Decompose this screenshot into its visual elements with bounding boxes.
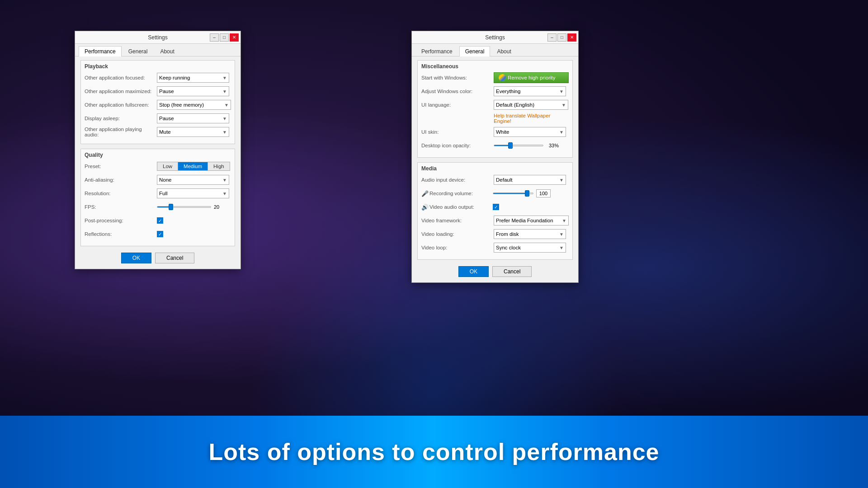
translate-row: Help translate Wallpaper Engine! bbox=[421, 113, 569, 124]
fps-slider-thumb[interactable] bbox=[169, 204, 173, 210]
cancel-btn-1[interactable]: Cancel bbox=[155, 253, 194, 263]
minimize-btn-1[interactable]: – bbox=[210, 33, 219, 42]
resolution-label: Resolution: bbox=[85, 191, 157, 196]
titlebar-1: Settings – □ ✕ bbox=[75, 31, 241, 44]
tab-performance-2[interactable]: Performance bbox=[415, 46, 458, 56]
video-loop-select[interactable]: Sync clock ▼ bbox=[494, 243, 566, 253]
desktop-opacity-label: Desktop icon opacity: bbox=[421, 143, 494, 148]
ui-language-select[interactable]: Default (English) ▼ bbox=[494, 100, 568, 110]
settings-window-1: Settings – □ ✕ Performance General About… bbox=[75, 31, 241, 269]
framework-arrow-icon: ▼ bbox=[562, 218, 566, 223]
playback-row-4: Other application playing audio: Mute ▼ bbox=[85, 127, 231, 137]
tab-general-1[interactable]: General bbox=[123, 46, 154, 56]
start-windows-row: Start with Windows: Remove high priority bbox=[421, 72, 569, 83]
volume-slider-thumb[interactable] bbox=[525, 190, 529, 197]
playback-label-3: Display asleep: bbox=[85, 116, 157, 121]
maximize-btn-2[interactable]: □ bbox=[557, 33, 566, 42]
close-btn-2[interactable]: ✕ bbox=[567, 33, 576, 42]
audio-input-select[interactable]: Default ▼ bbox=[494, 175, 566, 185]
bottom-banner: Lots of options to control performance bbox=[0, 416, 868, 488]
translate-link[interactable]: Help translate Wallpaper Engine! bbox=[494, 113, 569, 124]
win2-buttons: OK Cancel bbox=[417, 266, 573, 279]
preset-medium[interactable]: Medium bbox=[178, 162, 208, 170]
windows-logo-icon bbox=[499, 74, 506, 81]
ui-skin-select[interactable]: White ▼ bbox=[494, 127, 566, 137]
window-controls-1: – □ ✕ bbox=[210, 33, 239, 42]
ui-language-row: UI language: Default (English) ▼ bbox=[421, 99, 569, 110]
tabs-1: Performance General About bbox=[75, 44, 241, 56]
antialiasing-label: Anti-aliasing: bbox=[85, 177, 157, 183]
audio-arrow-icon: ▼ bbox=[559, 178, 564, 183]
fps-label: FPS: bbox=[85, 204, 157, 210]
playback-row-1: Other application maximized: Pause ▼ bbox=[85, 86, 231, 97]
opacity-slider-thumb[interactable] bbox=[508, 142, 513, 149]
quality-title: Quality bbox=[85, 151, 231, 158]
video-loading-select[interactable]: From disk ▼ bbox=[494, 229, 566, 239]
adjust-color-select[interactable]: Everything ▼ bbox=[494, 86, 566, 96]
preset-low[interactable]: Low bbox=[157, 162, 178, 170]
settings-window-2: Settings – □ ✕ Performance General About… bbox=[411, 31, 579, 283]
skin-arrow-icon: ▼ bbox=[559, 130, 564, 135]
arrow-icon-2: ▼ bbox=[224, 103, 229, 108]
tab-about-2[interactable]: About bbox=[491, 46, 517, 56]
ok-btn-2[interactable]: OK bbox=[458, 266, 489, 277]
playback-select-4[interactable]: Mute ▼ bbox=[157, 127, 229, 137]
reflections-row: Reflections: ✓ bbox=[85, 229, 231, 239]
tabs-2: Performance General About bbox=[412, 44, 578, 56]
playback-select-2[interactable]: Stop (free memory) ▼ bbox=[157, 100, 231, 110]
video-loading-label: Video loading: bbox=[421, 231, 494, 237]
win1-buttons: OK Cancel bbox=[80, 253, 235, 265]
recording-volume-label: Recording volume: bbox=[429, 191, 493, 196]
fps-slider-track[interactable] bbox=[157, 206, 211, 208]
preset-high[interactable]: High bbox=[208, 162, 230, 170]
video-framework-select[interactable]: Prefer Media Foundation ▼ bbox=[494, 216, 569, 225]
adjust-color-row: Adjust Windows color: Everything ▼ bbox=[421, 86, 569, 97]
loading-arrow-icon: ▼ bbox=[559, 232, 564, 237]
video-framework-label: Video framework: bbox=[421, 218, 494, 223]
volume-slider-fill bbox=[493, 193, 527, 194]
playback-select-0[interactable]: Keep running ▼ bbox=[157, 73, 229, 83]
media-title: Media bbox=[421, 164, 569, 172]
ui-skin-row: UI skin: White ▼ bbox=[421, 127, 569, 137]
window-title-2: Settings bbox=[485, 34, 505, 41]
cancel-btn-2[interactable]: Cancel bbox=[492, 266, 532, 277]
audio-input-row: Audio input device: Default ▼ bbox=[421, 174, 569, 185]
video-audio-checkbox[interactable]: ✓ bbox=[493, 204, 499, 210]
lang-arrow-icon: ▼ bbox=[561, 103, 566, 108]
minimize-btn-2[interactable]: – bbox=[547, 33, 557, 42]
window-title-1: Settings bbox=[148, 34, 167, 41]
misc-title: Miscellaneous bbox=[421, 62, 569, 70]
video-loop-row: Video loop: Sync clock ▼ bbox=[421, 242, 569, 253]
playback-group: Playback Other application focused: Keep… bbox=[80, 60, 235, 144]
antialiasing-row: Anti-aliasing: None ▼ bbox=[85, 174, 231, 185]
opacity-slider-track[interactable] bbox=[494, 145, 543, 146]
ok-btn-1[interactable]: OK bbox=[121, 253, 151, 263]
arrow-icon-0: ▼ bbox=[222, 75, 227, 80]
post-processing-checkbox[interactable]: ✓ bbox=[157, 217, 163, 224]
resolution-select[interactable]: Full ▼ bbox=[157, 188, 229, 198]
start-windows-btn[interactable]: Remove high priority bbox=[494, 72, 569, 83]
video-loading-row: Video loading: From disk ▼ bbox=[421, 229, 569, 239]
playback-label-2: Other application fullscreen: bbox=[85, 102, 157, 108]
tab-about-1[interactable]: About bbox=[154, 46, 180, 56]
volume-slider-row bbox=[493, 189, 569, 197]
color-arrow-icon: ▼ bbox=[559, 89, 564, 94]
volume-slider-track[interactable] bbox=[493, 192, 533, 194]
tab-performance-1[interactable]: Performance bbox=[79, 46, 122, 56]
fps-value: 20 bbox=[214, 204, 223, 210]
loop-arrow-icon: ▼ bbox=[559, 245, 564, 250]
performance-content: Playback Other application focused: Keep… bbox=[75, 56, 241, 269]
playback-select-1[interactable]: Pause ▼ bbox=[157, 86, 229, 96]
preset-group: Low Medium High bbox=[157, 162, 230, 171]
maximize-btn-1[interactable]: □ bbox=[220, 33, 229, 42]
arrow-icon-1: ▼ bbox=[222, 89, 227, 94]
playback-select-3[interactable]: Pause ▼ bbox=[157, 113, 229, 123]
tab-general-2[interactable]: General bbox=[459, 46, 491, 56]
close-btn-1[interactable]: ✕ bbox=[230, 33, 239, 42]
reflections-checkbox[interactable]: ✓ bbox=[157, 231, 163, 237]
audio-input-label: Audio input device: bbox=[421, 177, 494, 183]
antialiasing-select[interactable]: None ▼ bbox=[157, 175, 229, 185]
volume-input[interactable] bbox=[536, 189, 551, 197]
post-processing-row: Post-processing: ✓ bbox=[85, 215, 231, 226]
playback-row-3: Display asleep: Pause ▼ bbox=[85, 113, 231, 124]
